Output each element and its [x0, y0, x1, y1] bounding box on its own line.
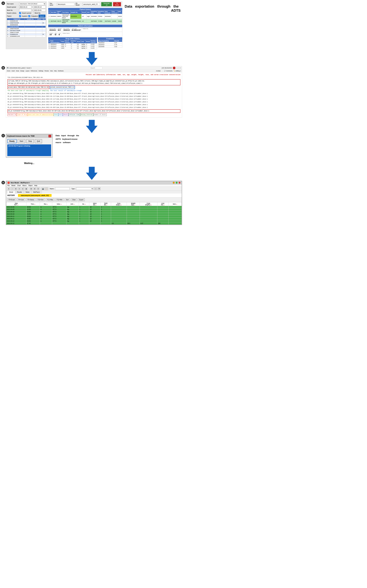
- table-row[interactable]: 2022-04-1103:00iv877.5mg1121: [6, 215, 182, 218]
- toolbar-checkbox[interactable]: □: [94, 187, 97, 190]
- th-interv: Interv[h] ▲: [89, 202, 100, 206]
- menu-endnotes[interactable]: EndNotes: [58, 70, 64, 72]
- date-to-input[interactable]: [33, 6, 46, 8]
- outpatient-checkbox[interactable]: [28, 15, 30, 17]
- drug-panel: Drug order history #Date administrationT…: [48, 37, 97, 49]
- word-filename: 22041200440.3323_patient • Saved ∨: [9, 67, 32, 69]
- menu-object[interactable]: Object: [28, 185, 33, 186]
- maximize-button[interactable]: □: [175, 182, 178, 184]
- toolbar-icon-photo[interactable]: 📷: [42, 187, 44, 190]
- menu-file[interactable]: File: [7, 185, 10, 186]
- toolbar-copy[interactable]: ⧉: [98, 187, 100, 190]
- menu-help-mw[interactable]: Help: [34, 185, 37, 186]
- age-cell: Age 59: [54, 32, 58, 36]
- drug-line: ID_pt:#######^drug_TDM:Vancomycin^date_d…: [8, 95, 180, 98]
- table-row[interactable]: 2022-04-1115:00iv877.5mg1121: [6, 218, 182, 220]
- toolbar-icon-1[interactable]: ●: [7, 187, 10, 190]
- f11-max-button[interactable]: F11=Max: [46, 198, 55, 201]
- word-search-input[interactable]: [91, 67, 102, 69]
- f3-exact-button[interactable]: F3=Exact: [7, 198, 16, 201]
- search-period-checkbox[interactable]: [19, 12, 21, 14]
- inpatient-checkbox[interactable]: [19, 15, 21, 17]
- menu-view[interactable]: View: [50, 70, 53, 72]
- menu-insert[interactable]: Insert: [12, 70, 15, 72]
- ready-button[interactable]: Ready: [7, 139, 17, 143]
- maximize-icon[interactable]: □: [179, 67, 179, 69]
- search-criteria-label: Search criteria: [7, 12, 18, 14]
- f12-min-button[interactable]: F12=Min: [55, 198, 64, 201]
- toolbar-icon-5[interactable]: ●: [21, 187, 24, 190]
- tab-results[interactable]: Results: [15, 191, 24, 193]
- menu-help[interactable]: Help: [54, 70, 57, 72]
- export-button[interactable]: Export: [78, 198, 85, 201]
- minimize-icon[interactable]: —: [176, 67, 178, 69]
- table-row[interactable]: 2022-04-1203:00iv877.5mg1121: [6, 220, 182, 222]
- field-label-cyan: Dose: [54, 113, 58, 116]
- close-icon[interactable]: ×: [180, 67, 181, 69]
- tab-model[interactable]: Model: [7, 191, 15, 193]
- menu-macro[interactable]: Macro: [23, 185, 27, 186]
- toolbar-icon-4[interactable]: ⊙: [18, 187, 21, 190]
- toolbar-icon-2[interactable]: ○: [11, 187, 14, 190]
- table-row[interactable]: 2022-04-0915:00iv877.5mg1121: [6, 208, 182, 211]
- close-button[interactable]: ×: [179, 182, 181, 184]
- sex-cell: Sex M: [58, 32, 61, 36]
- sort-button[interactable]: Sort: [65, 198, 70, 201]
- toolbar-icon-7[interactable]: ⊞: [30, 187, 33, 190]
- search-button[interactable]: Search: [39, 15, 46, 17]
- date-from-input[interactable]: [19, 6, 31, 8]
- test-name-select[interactable]: Vancomycin, TDM (Ori) Blood: [19, 2, 46, 5]
- generate-btn[interactable]: Generate .txt: [101, 2, 112, 6]
- tab-notes[interactable]: Notes: [24, 191, 31, 193]
- stop-button[interactable]: Stop: [26, 139, 34, 143]
- comments-btn[interactable]: 💬 Comments: [164, 70, 172, 72]
- macro-log: [15:56:50] Program initiating: [7, 144, 51, 156]
- table-row[interactable]: 2022-04-1015:00iv877.5mg1121: [6, 213, 182, 215]
- f5-status-button[interactable]: F5=Status: [26, 198, 35, 201]
- search-date-cell: Search date 20220412: [49, 28, 57, 31]
- word-user: LEE SEUNGHDO: [162, 67, 172, 69]
- macro-close-button[interactable]: ×: [49, 135, 51, 137]
- menu-design[interactable]: Design: [20, 70, 25, 72]
- search-period-label: Search period: [7, 6, 18, 8]
- menu-home[interactable]: Home: [7, 70, 10, 72]
- f4-user-button[interactable]: F4=User: [17, 198, 25, 201]
- work-no-to-input[interactable]: [33, 9, 46, 12]
- type-select[interactable]: [76, 187, 93, 190]
- menu-references[interactable]: References: [31, 70, 37, 72]
- quit-button[interactable]: Quit: [35, 139, 42, 143]
- field-label-teal: Infusion time: [68, 113, 80, 116]
- menu-chart[interactable]: Chart: [17, 185, 21, 186]
- table-row[interactable]: 2022-04-1207:454.658.50.67100: [6, 222, 182, 225]
- clear-button[interactable]: Clear: [71, 198, 77, 201]
- name-input[interactable]: [55, 187, 70, 190]
- toolbar-icon-6[interactable]: ◐: [25, 187, 28, 190]
- f10-sim-button[interactable]: F10=Sim: [36, 198, 45, 201]
- excel-btn[interactable]: To Excel: [113, 2, 121, 6]
- toolbar-icon-8[interactable]: ⊟: [33, 187, 36, 190]
- test-name-input-r[interactable]: [57, 3, 74, 6]
- menu-mailings[interactable]: Mailings: [39, 70, 43, 72]
- menu-model[interactable]: Model: [11, 185, 15, 186]
- tab-mwpharm[interactable]: MwPharm: [31, 191, 42, 193]
- editing-btn[interactable]: ✏️ Editing ∨: [174, 70, 181, 72]
- creatinine-header: Creatinine: [98, 37, 122, 40]
- work-no-checkbox[interactable]: [32, 12, 34, 14]
- menu-draw[interactable]: Draw: [16, 70, 19, 72]
- th-note: Note ▲: [168, 202, 182, 206]
- table-row[interactable]: 2022-04-1003:00iv877.5mg1121: [6, 211, 182, 213]
- minimize-button[interactable]: —: [173, 182, 175, 184]
- menu-review[interactable]: Review: [45, 70, 49, 72]
- search-period-row: Search period ~: [7, 6, 46, 8]
- menu-acrobat[interactable]: Acrobat: [156, 70, 160, 72]
- toolbar-icon-clip[interactable]: 📋: [45, 187, 48, 190]
- toolbar-icon-3[interactable]: ⊕: [14, 187, 17, 190]
- menu-layout[interactable]: Layout: [25, 70, 30, 72]
- user-avatar: [173, 67, 175, 69]
- toolbar-icon-9[interactable]: ⊡: [37, 187, 40, 190]
- pk-model-input[interactable]: [83, 3, 100, 6]
- work-no-from-input[interactable]: [19, 9, 31, 12]
- start-button[interactable]: Start: [17, 139, 25, 143]
- table-row[interactable]: 2022-04-0903:00iv877.5mg1121: [6, 206, 182, 208]
- arrow-a-b: [1, 52, 182, 65]
